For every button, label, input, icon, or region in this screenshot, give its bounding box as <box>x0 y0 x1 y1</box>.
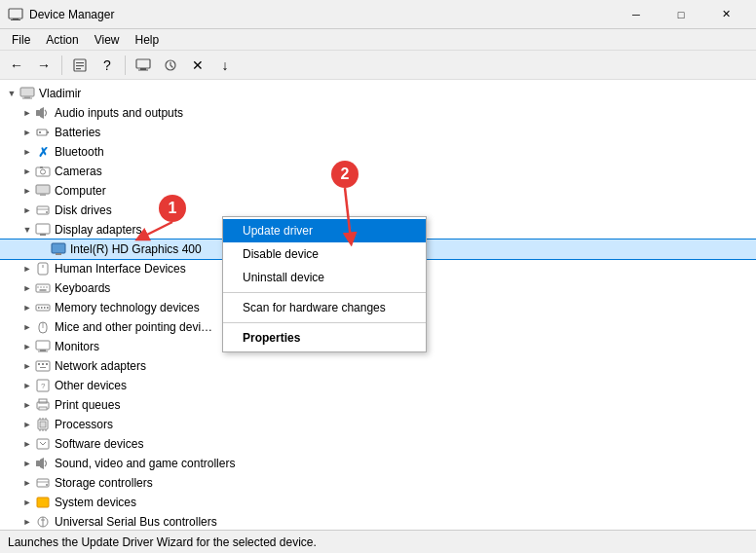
svg-rect-30 <box>38 263 48 275</box>
toolbar-separator-1 <box>61 55 62 75</box>
status-bar: Launches the Update Driver Wizard for th… <box>0 530 756 553</box>
computer-button[interactable] <box>131 54 156 77</box>
diskdrives-icon <box>35 203 51 218</box>
remove-button[interactable]: ✕ <box>185 54 210 77</box>
tree-networkadapters[interactable]: ► Network adapters <box>0 356 756 376</box>
svg-rect-5 <box>76 65 84 66</box>
help-button[interactable]: ? <box>94 54 120 77</box>
update-button[interactable]: ↓ <box>212 54 238 77</box>
bluetooth-expand-icon[interactable]: ► <box>19 144 35 160</box>
soundvideo-icon <box>35 456 51 471</box>
tree-systemdevices[interactable]: ► System devices <box>0 493 756 512</box>
menu-view[interactable]: View <box>87 31 128 49</box>
svg-rect-48 <box>36 361 50 371</box>
diskdrives-label: Disk drives <box>55 203 112 217</box>
ctx-separator-1 <box>223 292 426 293</box>
svg-line-68 <box>43 442 46 445</box>
keyboards-expand-icon[interactable]: ► <box>19 280 35 296</box>
tree-root[interactable]: ▼ Vladimir <box>0 84 756 103</box>
menu-action[interactable]: Action <box>38 31 86 49</box>
menu-bar: File Action View Help <box>0 29 756 51</box>
diskdrives-expand-icon[interactable]: ► <box>19 203 35 218</box>
usb-expand-icon[interactable]: ► <box>19 514 35 530</box>
mice-icon <box>35 319 51 335</box>
tree-batteries[interactable]: ► Batteries <box>0 123 756 142</box>
back-button[interactable]: ← <box>4 54 29 77</box>
title-bar: Device Manager ─ □ ✕ <box>0 0 756 29</box>
svg-rect-52 <box>40 367 46 368</box>
tree-audio[interactable]: ► Audio inputs and outputs <box>0 103 756 123</box>
svg-rect-73 <box>37 498 49 507</box>
tree-processors[interactable]: ► Processors <box>0 415 756 434</box>
softwaredevices-icon <box>35 436 51 452</box>
processors-expand-icon[interactable]: ► <box>19 417 35 432</box>
tree-bluetooth[interactable]: ► ✗ Bluetooth <box>0 142 756 162</box>
audio-expand-icon[interactable]: ► <box>19 105 35 121</box>
batteries-expand-icon[interactable]: ► <box>19 125 35 140</box>
hid-expand-icon[interactable]: ► <box>19 261 35 276</box>
root-expand-icon[interactable]: ▼ <box>4 86 19 101</box>
tree-cameras[interactable]: ► Cameras <box>0 162 756 181</box>
svg-rect-32 <box>36 284 50 292</box>
batteries-icon <box>35 125 51 140</box>
menu-help[interactable]: Help <box>128 31 168 49</box>
tree-printqueues[interactable]: ► Print queues <box>0 395 756 415</box>
tree-computer[interactable]: ► Computer <box>0 181 756 201</box>
hid-icon <box>35 261 51 276</box>
ctx-uninstall-device[interactable]: Uninstall device <box>223 266 426 289</box>
ctx-scan[interactable]: Scan for hardware changes <box>223 296 426 319</box>
svg-rect-42 <box>47 307 49 309</box>
tree-softwaredevices[interactable]: ► Software devices <box>0 434 756 454</box>
svg-rect-16 <box>47 131 49 133</box>
menu-file[interactable]: File <box>4 31 38 49</box>
memtech-expand-icon[interactable]: ► <box>19 300 35 315</box>
printqueues-icon <box>35 397 51 413</box>
tree-soundvideo[interactable]: ► Sound, video and game controllers <box>0 454 756 473</box>
svg-rect-11 <box>20 88 34 96</box>
mice-label: Mice and other pointing devi… <box>55 320 212 334</box>
minimize-button[interactable]: ─ <box>614 0 659 29</box>
ctx-update-driver[interactable]: Update driver <box>223 219 426 242</box>
svg-rect-69 <box>36 461 40 466</box>
intel-graphics-icon <box>51 241 66 257</box>
storagecontrollers-expand-icon[interactable]: ► <box>19 475 35 491</box>
soundvideo-label: Sound, video and game controllers <box>55 457 235 470</box>
cameras-label: Cameras <box>55 165 102 178</box>
svg-rect-13 <box>22 98 32 99</box>
svg-rect-20 <box>40 166 43 168</box>
window-title: Device Manager <box>29 8 614 21</box>
otherdevices-expand-icon[interactable]: ► <box>19 378 35 393</box>
svg-rect-40 <box>41 307 43 309</box>
scan-button[interactable] <box>158 54 183 77</box>
window-controls[interactable]: ─ □ ✕ <box>614 0 748 29</box>
softwaredevices-label: Software devices <box>55 437 143 451</box>
svg-rect-7 <box>136 59 150 68</box>
tree-storagecontrollers[interactable]: ► Storage controllers <box>0 473 756 493</box>
computer-expand-icon[interactable]: ► <box>19 183 35 199</box>
softwaredevices-expand-icon[interactable]: ► <box>19 436 35 452</box>
close-button[interactable]: ✕ <box>703 0 748 29</box>
mice-expand-icon[interactable]: ► <box>19 319 35 335</box>
ctx-properties[interactable]: Properties <box>223 326 426 350</box>
printqueues-expand-icon[interactable]: ► <box>19 397 35 413</box>
forward-button[interactable]: → <box>31 54 57 77</box>
properties-button[interactable] <box>67 54 93 77</box>
svg-rect-39 <box>38 307 40 309</box>
networkadapters-expand-icon[interactable]: ► <box>19 358 35 374</box>
audio-icon <box>35 105 51 121</box>
ctx-disable-device[interactable]: Disable device <box>223 242 426 266</box>
displayadapters-expand-icon[interactable]: ▼ <box>19 222 35 238</box>
maximize-button[interactable]: □ <box>659 0 703 29</box>
tree-usb[interactable]: ► Universal Serial Bus controllers <box>0 512 756 530</box>
tree-otherdevices[interactable]: ► ? Other devices <box>0 376 756 395</box>
soundvideo-expand-icon[interactable]: ► <box>19 456 35 471</box>
monitors-expand-icon[interactable]: ► <box>19 339 35 354</box>
storagecontrollers-label: Storage controllers <box>55 476 153 490</box>
cameras-expand-icon[interactable]: ► <box>19 164 35 179</box>
svg-rect-57 <box>39 407 47 410</box>
svg-rect-47 <box>38 351 48 352</box>
svg-rect-28 <box>52 243 65 253</box>
systemdevices-expand-icon[interactable]: ► <box>19 495 35 510</box>
processors-label: Processors <box>55 418 113 431</box>
storagecontrollers-icon <box>35 475 51 491</box>
